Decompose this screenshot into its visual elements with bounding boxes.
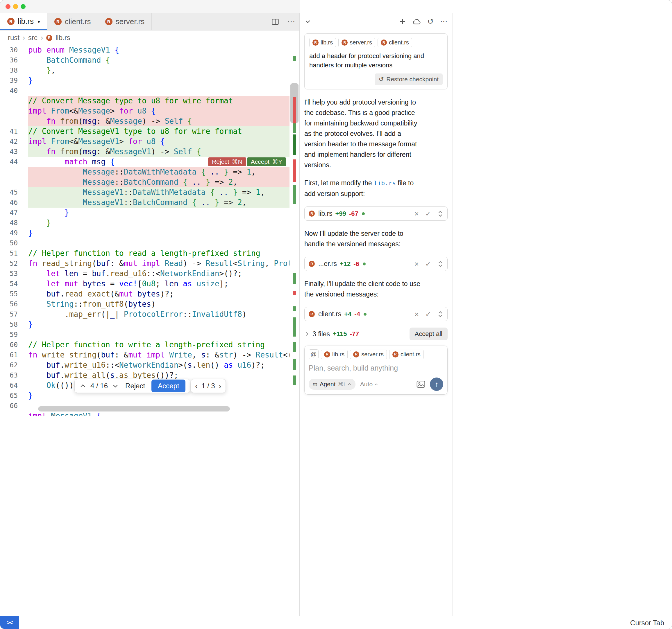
text-run: Now I'll update the server code to: [304, 230, 403, 237]
code-line[interactable]: 62 buf.write_u16::<NetworkEndian>(s.len(…: [0, 360, 299, 370]
cloud-icon[interactable]: [413, 18, 421, 26]
new-chat-icon[interactable]: [399, 18, 406, 25]
cursor-tab-status[interactable]: Cursor Tab: [630, 619, 664, 627]
context-chip-server-rs[interactable]: Rserver.rs: [338, 38, 375, 47]
accept-button[interactable]: Accept: [151, 380, 186, 392]
prev-file-button[interactable]: ‹: [195, 382, 198, 390]
accept-file-icon[interactable]: ✓: [425, 311, 431, 318]
restore-checkpoint-button[interactable]: ↺ Restore checkpoint: [375, 73, 443, 85]
code-line[interactable]: 41// Convert MessageV1 type to u8 for wi…: [0, 126, 299, 136]
overview-ruler-mark: [293, 306, 296, 311]
code-line[interactable]: 39}: [0, 76, 299, 86]
code-line[interactable]: // Convert Message type to u8 for wire f…: [0, 96, 299, 106]
code-line[interactable]: 38 },: [0, 65, 299, 76]
reject-button[interactable]: Reject: [123, 382, 147, 390]
code-line[interactable]: 44 match msg {Reject⌘NAccept⌘Y: [0, 157, 299, 167]
code-line[interactable]: 40: [0, 86, 299, 96]
composer-chip-server-rs[interactable]: Rserver.rs: [350, 350, 387, 359]
chat-composer[interactable]: @ Rlib.rs Rserver.rs Rclient.rs Plan, se…: [304, 346, 448, 395]
context-chip-lib-rs[interactable]: Rlib.rs: [309, 38, 336, 47]
close-window-button[interactable]: [5, 4, 10, 9]
code-line[interactable]: 52fn read_string(buf: &mut impl Read) ->…: [0, 258, 299, 269]
code-text: impl MessageV1 {: [28, 411, 299, 416]
rust-file-icon: R: [309, 210, 315, 217]
expand-file-icon[interactable]: [437, 261, 443, 267]
code-line[interactable]: 49}: [0, 228, 299, 238]
editor-more-actions-icon[interactable]: ⋯: [283, 13, 299, 30]
breadcrumb-item-file[interactable]: lib.rs: [55, 34, 70, 42]
tab-client-rs[interactable]: R client.rs: [47, 13, 98, 30]
chat-input[interactable]: Plan, search, build anything: [309, 364, 443, 372]
code-line[interactable]: 51// Helper function to read a length-pr…: [0, 248, 299, 258]
prev-diff-button[interactable]: [79, 382, 86, 389]
remote-indicator[interactable]: ><: [0, 616, 19, 629]
file-diff-card-server-rs[interactable]: R ...er.rs +12 -6 × ✓: [304, 257, 448, 271]
file-diff-card-client-rs[interactable]: R client.rs +4 -4 × ✓: [304, 307, 448, 321]
composer-chip-client-rs[interactable]: Rclient.rs: [389, 350, 424, 359]
rust-file-icon: R: [7, 18, 15, 25]
history-icon[interactable]: ↺: [427, 17, 434, 26]
code-line[interactable]: fn from(msg: &Message) -> Self {: [0, 116, 299, 126]
code-line[interactable]: 46 MessageV1::BatchCommand { .. } => 2,: [0, 198, 299, 208]
accept-file-icon[interactable]: ✓: [425, 260, 431, 268]
lines-removed: -67: [349, 210, 358, 218]
code-line[interactable]: 47 }: [0, 208, 299, 218]
tab-lib-rs[interactable]: R lib.rs ●: [0, 13, 47, 30]
accept-file-icon[interactable]: ✓: [425, 210, 431, 217]
horizontal-scrollbar-thumb[interactable]: [38, 406, 230, 411]
code-text: let mut bytes = vec![0u8; len as usize];: [28, 279, 299, 289]
reject-file-icon[interactable]: ×: [414, 260, 419, 268]
code-text: MessageV1::DataWithMetadata { .. } => 1,: [28, 187, 299, 198]
code-text: fn write_string(buf: &mut impl Write, s:…: [28, 350, 299, 360]
file-diff-card-lib-rs[interactable]: R lib.rs +99 -67 × ✓: [304, 206, 448, 221]
code-line[interactable]: Message::BatchCommand { .. } => 2,: [0, 177, 299, 187]
code-line[interactable]: 60// Helper function to write a length-p…: [0, 340, 299, 350]
minimize-window-button[interactable]: [13, 4, 18, 9]
breadcrumb-item-rust[interactable]: rust: [8, 34, 20, 42]
code-line[interactable]: 59: [0, 330, 299, 340]
code-line[interactable]: Message::DataWithMetadata { .. } => 1,: [0, 167, 299, 177]
code-line[interactable]: 61fn write_string(buf: &mut impl Write, …: [0, 350, 299, 360]
reject-file-icon[interactable]: ×: [414, 210, 419, 218]
next-diff-button[interactable]: [112, 382, 119, 389]
next-file-button[interactable]: ›: [219, 382, 221, 390]
attach-image-icon[interactable]: [416, 380, 425, 388]
chat-more-options-icon[interactable]: ⋯: [440, 17, 448, 26]
code-line[interactable]: 42impl From<&MessageV1> for u8 {: [0, 136, 299, 147]
breadcrumb-item-src[interactable]: src: [28, 34, 38, 42]
zoom-window-button[interactable]: [21, 4, 26, 9]
tab-server-rs[interactable]: R server.rs: [98, 13, 152, 30]
context-chip-client-rs[interactable]: Rclient.rs: [378, 38, 412, 47]
code-editor[interactable]: 30pub enum MessageV1 {36 BatchCommand {3…: [0, 45, 299, 616]
code-line[interactable]: 54 let mut bytes = vec![0u8; len as usiz…: [0, 279, 299, 289]
chat-collapse-icon[interactable]: [304, 18, 311, 25]
split-editor-icon[interactable]: [267, 13, 283, 30]
model-selector[interactable]: Auto: [360, 381, 378, 388]
code-line[interactable]: 58}: [0, 320, 299, 330]
code-line[interactable]: 55 buf.read_exact(&mut bytes)?;: [0, 289, 299, 299]
code-line[interactable]: 57 .map_err(|_| ProtocolError::InvalidUt…: [0, 309, 299, 320]
code-line[interactable]: 53 let len = buf.read_u16::<NetworkEndia…: [0, 269, 299, 279]
chevron-right-icon[interactable]: [304, 331, 310, 336]
code-line[interactable]: impl MessageV1 {: [0, 411, 299, 416]
inline-accept-button[interactable]: Accept⌘Y: [247, 157, 286, 166]
accept-all-button[interactable]: Accept all: [410, 328, 448, 341]
composer-chip-lib-rs[interactable]: Rlib.rs: [321, 350, 347, 359]
expand-file-icon[interactable]: [437, 311, 443, 318]
code-line[interactable]: 36 BatchCommand {: [0, 55, 299, 65]
code-text: let len = buf.read_u16::<NetworkEndian>(…: [28, 269, 299, 279]
code-line[interactable]: 43 fn from(msg: &MessageV1) -> Self {: [0, 147, 299, 157]
send-button[interactable]: ↑: [430, 378, 443, 391]
code-line[interactable]: 48 }: [0, 218, 299, 228]
expand-file-icon[interactable]: [437, 210, 443, 217]
code-line[interactable]: 56 String::from_utf8(bytes): [0, 299, 299, 309]
add-context-button[interactable]: @: [309, 349, 318, 359]
code-line[interactable]: impl From<&Message> for u8 {: [0, 106, 299, 116]
code-line[interactable]: 45 MessageV1::DataWithMetadata { .. } =>…: [0, 187, 299, 198]
code-line[interactable]: 50: [0, 238, 299, 248]
agent-mode-selector[interactable]: ∞ Agent ⌘I: [309, 379, 356, 390]
reject-file-icon[interactable]: ×: [414, 310, 419, 318]
inline-reject-button[interactable]: Reject⌘N: [208, 157, 246, 166]
code-line[interactable]: 30pub enum MessageV1 {: [0, 45, 299, 55]
line-number: 61: [0, 350, 28, 360]
